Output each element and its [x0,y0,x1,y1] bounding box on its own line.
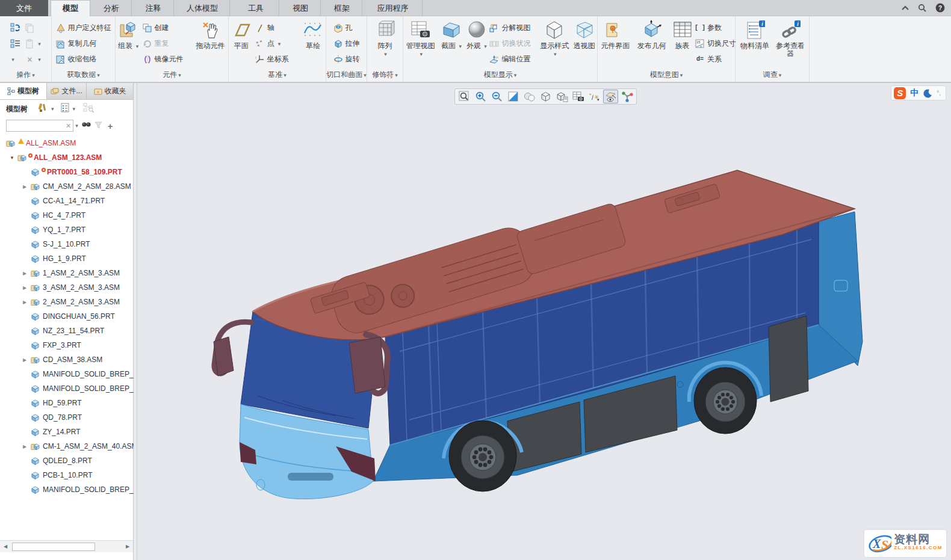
toggle-status-button[interactable]: 切换状况 [489,36,537,51]
tree-item[interactable]: CC-A1_14_71.PRT [0,194,134,208]
tree-item[interactable]: NZ_23_11_54.PRT [0,324,134,338]
clear-search-icon[interactable]: ✕ [66,122,71,130]
feature-list-button[interactable] [10,36,20,51]
tree-item[interactable]: MANIFOLD_SOLID_BREP_9 [0,482,134,497]
udf-button[interactable]: 用户定义特征 [56,20,111,35]
view-manager-icon[interactable] [571,90,586,103]
display-style-icon[interactable] [538,90,553,103]
sketch-button[interactable]: 草绘 [300,19,326,50]
tab-annotate[interactable]: 注释 [133,0,174,16]
extrude-button[interactable]: 拉伸 [333,36,360,51]
drag-components-button[interactable]: 拖动元件 [193,19,228,50]
assemble-button[interactable]: 组装 ▾ [116,19,141,51]
tab-framework[interactable]: 框架 [322,0,362,16]
group-label-modifiers[interactable]: 修饰符▾ [367,70,403,81]
tree-item[interactable]: FXP_3.PRT [0,338,134,352]
tree-item[interactable]: ▶3_ASM_2_ASM_3.ASM [0,280,134,295]
tree-item[interactable]: PCB-1_10.PRT [0,468,134,482]
pattern-button[interactable]: 阵列▾ [371,19,399,58]
copy-geometry-button[interactable]: 复制几何 [56,36,111,51]
component-interface-button[interactable]: 元件界面 [598,19,633,50]
tree-settings-dropdown[interactable]: ▾ [73,106,76,112]
tree-item[interactable]: ▶1_ASM_2_ASM_3.ASM [0,266,134,280]
bus-mirror-right[interactable] [349,334,388,393]
shrinkwrap-button[interactable]: 收缩包络 [56,52,111,67]
tree-tools-button[interactable] [38,103,48,115]
tree-expand-arrow[interactable]: ▶ [22,444,31,449]
tree-item[interactable]: HD_59.PRT [0,396,134,410]
tab-analysis[interactable]: 分析 [91,0,132,16]
zoom-out-icon[interactable] [489,90,504,103]
datum-display-filter-icon[interactable]: */✳▾ [587,90,602,103]
graphics-viewport[interactable]: */✳▾ S 中 °, X S 资料网 ZL.XS1616.COM [137,83,951,560]
zoom-in-icon[interactable] [473,90,488,103]
group-label-model-display[interactable]: 模型显示▾ [403,70,597,81]
repaint-icon[interactable] [506,90,521,103]
paste-button[interactable]: ▾ [25,36,41,51]
refit-icon[interactable] [457,90,472,103]
tree-expand-arrow[interactable]: ▶ [22,300,31,305]
csys-button[interactable]: yz坐标系 [255,52,300,67]
tree-item[interactable]: ALL_ASM.ASM [0,136,134,150]
tree-item[interactable]: ▶CM-1_ASM_2_ASM_40.ASM [0,439,134,454]
group-label-component[interactable]: 元件▾ [116,70,228,81]
group-label-get-data[interactable]: 获取数据▾ [52,70,115,81]
tab-manikin[interactable]: 人体模型 [175,0,230,16]
tree-item[interactable]: S-J_1_10.PRT [0,237,134,251]
delete-button[interactable]: ×▾ [25,52,41,67]
scroll-right-arrow[interactable]: ▶ [122,541,133,552]
tree-search-input[interactable] [6,120,73,132]
tree-item[interactable]: YQ_1_7.PRT [0,223,134,237]
tree-tools-dropdown[interactable]: ▾ [51,106,54,112]
tab-model[interactable]: 模型 [51,0,90,16]
scroll-thumb[interactable] [12,543,95,551]
tab-view[interactable]: 视图 [280,0,321,16]
scroll-left-arrow[interactable]: ◀ [0,541,11,552]
tree-settings-button[interactable] [61,103,70,115]
panel-tab-model-tree[interactable]: 模型树 [0,83,47,99]
ime-logo[interactable]: S [894,87,906,99]
point-button[interactable]: ×××点▾ [255,36,300,51]
sections-button[interactable]: 截面 ▾ [439,19,464,51]
tree-item[interactable]: MANIFOLD_SOLID_BREP_1 [0,381,134,396]
tree-expand-arrow[interactable]: ▶ [22,184,31,189]
group-label-investigate[interactable]: 调查▾ [736,70,809,81]
edit-position-button[interactable]: yx编辑位置 [489,52,537,67]
tree-item[interactable]: ▶CM_ASM_2_ASM_28.ASM [0,179,134,194]
group-label-datum[interactable]: 基准▾ [229,70,326,81]
group-label-operations[interactable]: 操作▾ [0,70,51,81]
tree-item[interactable]: QDLED_8.PRT [0,454,134,468]
tab-tools[interactable]: 工具 [233,0,279,16]
tree-item[interactable]: ▼ALL_ASM_123.ASM [0,150,134,165]
regenerate-button[interactable] [10,20,20,35]
family-table-button[interactable]: 族表 [671,19,694,50]
revolve-button[interactable]: 旋转 [333,52,360,67]
plane-button[interactable]: 平面 [229,19,254,50]
operations-dropdown[interactable]: ▾ [10,52,20,67]
tree-item[interactable]: HG_1_9.PRT [0,251,134,266]
axis-button[interactable]: 轴 [255,20,300,35]
search-dropdown[interactable]: ▾ [75,123,78,129]
tree-expand-arrow[interactable]: ▼ [8,155,17,161]
tree-expand-arrow[interactable]: ▶ [22,271,31,276]
ime-punct-icon[interactable]: °, [937,90,941,96]
tree-item[interactable]: DINGCHUAN_56.PRT [0,309,134,324]
ime-lang-indicator[interactable]: 中 [910,88,918,99]
tree-expand-arrow[interactable]: ▶ [22,285,31,291]
display-style-button[interactable]: 显示样式 ▾ [539,19,570,58]
reference-viewer-button[interactable]: i 参考查看器 [773,19,807,58]
search-icon[interactable] [918,4,927,13]
add-filter-icon[interactable]: + [108,121,113,131]
appearance-button[interactable]: 外观 ▾ [465,19,488,51]
tree-horizontal-scrollbar[interactable]: ◀ ▶ [0,540,133,552]
hole-button[interactable]: 孔 [333,20,360,35]
perspective-button[interactable]: 透视图 [571,19,597,50]
bom-button[interactable]: i 物料清单 [737,19,772,50]
copy-button[interactable] [25,20,41,35]
repeat-button[interactable]: 重复 [143,36,191,51]
create-component-button[interactable]: 创建 [143,20,191,35]
spin-center-icon[interactable] [619,90,634,103]
annotation-display-icon[interactable] [603,90,618,103]
tree-item[interactable]: PRT0001_58_109.PRT [0,165,134,179]
mirror-component-button[interactable]: 镜像元件 [143,52,191,67]
